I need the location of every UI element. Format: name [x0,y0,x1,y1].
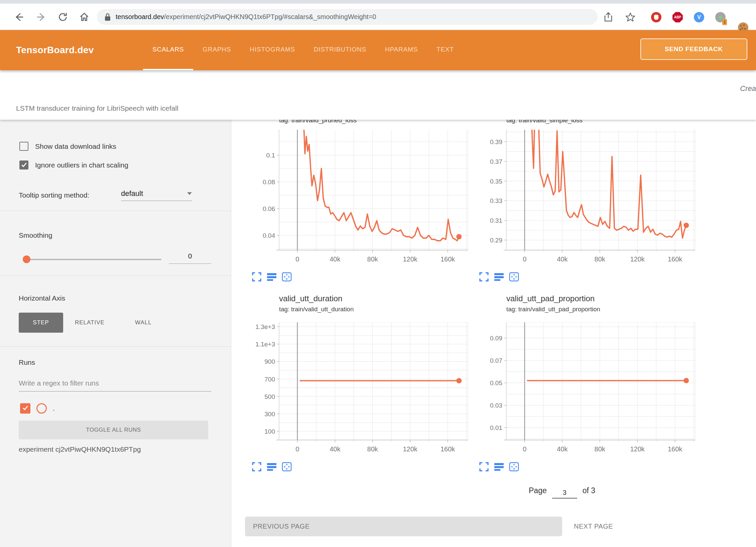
extension-blocker-icon[interactable] [651,12,661,22]
svg-text:120k: 120k [630,445,645,453]
svg-text:40k: 40k [557,445,568,453]
svg-text:160k: 160k [668,445,682,453]
chart-toolbar [479,462,519,472]
bookmark-star-icon[interactable] [624,11,636,23]
extension-abp-icon[interactable]: ABP [672,12,683,22]
app-header: TensorBoard.dev SCALARSGRAPHSHISTOGRAMSD… [0,30,756,70]
pagination: Page of 3 [529,486,595,499]
svg-text:80k: 80k [367,445,378,453]
expand-chart-icon[interactable] [252,272,262,282]
fit-domain-icon[interactable] [282,272,292,282]
smoothing-slider-knob[interactable] [23,255,30,263]
runs-list-icon[interactable] [267,272,277,282]
check-icon [23,405,28,410]
svg-text:160k: 160k [440,255,455,263]
svg-text:0.04: 0.04 [263,232,275,239]
browser-chrome: tensorboard.dev/experiment/cj2vtPiwQHKN9… [0,0,756,30]
tooltip-sort-label: Tooltip sorting method: [19,191,89,199]
divider [0,346,231,347]
experiment-description: LSTM transducer training for LibriSpeech… [16,104,178,112]
show-download-links-checkbox[interactable] [19,142,28,151]
runs-label: Runs [19,358,35,366]
tab-distributions[interactable]: DISTRIBUTIONS [304,30,376,70]
page-number-input[interactable] [552,489,577,499]
expand-chart-icon[interactable] [479,272,489,282]
ignore-outliers-row[interactable]: Ignore outliers in chart scaling [19,160,128,170]
chart-title: valid_utt_pad_proportion [506,294,699,304]
home-icon[interactable] [78,11,90,23]
reload-icon[interactable] [57,11,69,23]
scalar-line-chart[interactable]: 040k80k120k160k0.290.310.330.350.370.39 [475,130,698,266]
svg-text:40k: 40k [557,255,568,263]
runs-list-icon[interactable] [494,462,504,472]
svg-text:160k: 160k [668,255,682,263]
fit-domain-icon[interactable] [509,462,519,472]
horizontal-axis-label: Horizontal Axis [19,294,65,302]
svg-text:40k: 40k [330,445,341,453]
svg-text:0.1: 0.1 [266,152,275,159]
runs-list-icon[interactable] [267,462,277,472]
lock-icon [104,13,111,21]
run-row[interactable]: . [20,403,55,414]
runs-regex-input[interactable] [19,379,211,392]
show-download-links-label: Show data download links [35,142,116,150]
fit-domain-icon[interactable] [509,272,519,282]
expand-chart-icon[interactable] [252,462,262,472]
share-icon[interactable] [602,11,614,23]
page-of-label: of 3 [583,486,595,495]
tooltip-sort-select[interactable]: default [121,189,192,201]
axis-option-relative[interactable]: RELATIVE [75,313,105,333]
run-checkbox[interactable] [20,403,30,414]
svg-text:1.1e+3: 1.1e+3 [255,341,275,348]
browser-tab-strip [0,0,756,4]
svg-text:0: 0 [523,255,526,263]
axis-option-wall[interactable]: WALL [135,313,152,333]
extension-v-icon[interactable]: V [694,12,704,22]
tab-text[interactable]: TEXT [427,30,463,70]
svg-text:0.08: 0.08 [263,179,275,186]
svg-text:900: 900 [264,358,275,365]
smoothing-value[interactable]: 0 [169,252,211,264]
settings-sidebar: Show data download links Ignore outliers… [0,120,231,547]
back-icon[interactable] [13,11,25,23]
svg-text:0.37: 0.37 [490,158,502,165]
svg-text:1.3e+3: 1.3e+3 [255,323,275,330]
experiment-id-label: experiment cj2vtPiwQHKN9Q1tx6PTpg [19,445,141,453]
show-download-links-row[interactable]: Show data download links [19,142,116,151]
send-feedback-button[interactable]: SEND FEEDBACK [640,38,747,60]
chevron-down-icon [187,192,192,195]
expand-chart-icon[interactable] [479,462,489,472]
tab-histograms[interactable]: HISTOGRAMS [240,30,304,70]
check-icon [21,161,27,167]
url-bar[interactable]: tensorboard.dev/experiment/cj2vtPiwQHKN9… [97,9,598,25]
svg-text:120k: 120k [630,255,645,263]
content-area: Show data download links Ignore outliers… [0,120,756,547]
svg-text:80k: 80k [595,255,606,263]
forward-icon[interactable] [35,11,47,23]
tab-graphs[interactable]: GRAPHS [193,30,240,70]
fit-domain-icon[interactable] [282,462,292,472]
ignore-outliers-checkbox[interactable] [19,160,28,170]
svg-text:0.39: 0.39 [490,138,502,145]
axis-option-step[interactable]: STEP [19,313,63,333]
page-label: Page [529,486,547,495]
run-color-swatch [36,403,47,414]
tab-scalars[interactable]: SCALARS [143,30,193,70]
smoothing-slider-track[interactable] [26,259,161,260]
previous-page-button[interactable]: PREVIOUS PAGE [245,517,562,536]
svg-text:0: 0 [295,255,299,263]
extension-gray-icon[interactable]: 1 [715,12,726,22]
runs-list-icon[interactable] [494,272,504,282]
scalar-line-chart[interactable]: 040k80k120k160k0.040.060.080.1 [247,130,470,266]
svg-text:100: 100 [264,428,275,435]
svg-text:500: 500 [264,393,275,400]
next-page-button[interactable]: NEXT PAGE [574,517,613,536]
toggle-all-runs-button[interactable]: TOGGLE ALL RUNS [19,421,208,439]
svg-text:80k: 80k [367,255,378,263]
scalar-line-chart[interactable]: 040k80k120k160k1003005007009001.1e+31.3e… [247,322,470,456]
scalar-line-chart[interactable]: 040k80k120k160k0.010.030.050.070.09 [475,322,698,456]
chart-tag-clipped: tag: train/valid_pruned_loss [279,120,472,125]
created-date-fragment: Crea [740,84,756,93]
svg-text:0.09: 0.09 [490,335,502,342]
tab-hparams[interactable]: HPARAMS [376,30,427,70]
